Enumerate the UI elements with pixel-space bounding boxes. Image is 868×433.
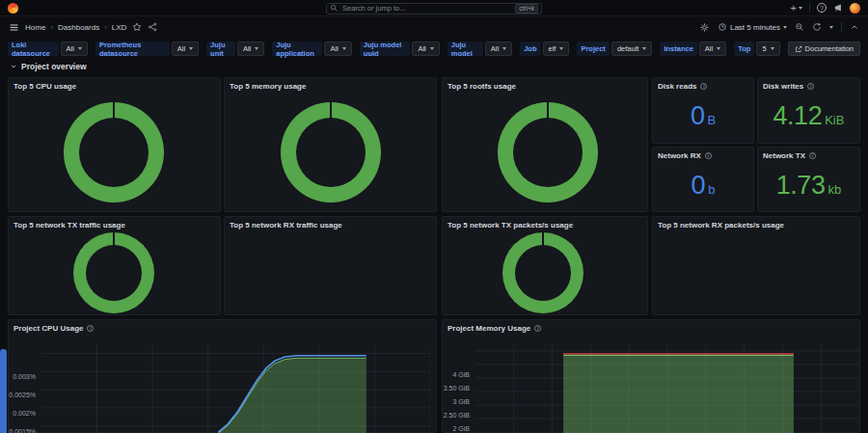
filter-prometheus-datasource: Prometheus datasource All [95, 41, 199, 56]
filter-juju-unit: Juju unit All [206, 41, 264, 56]
section-project-overview[interactable]: Project overview [10, 62, 87, 71]
stat-value: 1.73kb [758, 173, 859, 199]
stat-value: 0B [653, 103, 753, 129]
info-icon[interactable]: i [87, 325, 94, 332]
zoom-out-time-button[interactable] [795, 22, 804, 32]
chart-canvas [41, 344, 430, 433]
panel-title-text: Disk writes [763, 82, 803, 91]
refresh-button[interactable] [812, 22, 822, 32]
panel-title-text: Disk reads [658, 82, 696, 91]
panel-top5-network-tx-traffic: Top 5 network TX traffic usage [8, 216, 221, 315]
panel-title[interactable]: Network RXi [658, 151, 712, 160]
add-new-button[interactable]: + [791, 3, 802, 13]
stat-unit: kb [827, 182, 841, 197]
breadcrumb: Home › Dashboards › LXD [25, 23, 126, 32]
panel-title[interactable]: Project CPU Usagei [14, 324, 94, 333]
project-memory-yaxis: 4 GiB3.50 GiB3 GiB2.50 GiB2 GiB1.50 GiB [443, 344, 474, 432]
donut-hole [513, 118, 583, 187]
time-range-label: Last 5 minutes [730, 23, 780, 32]
grafana-logo[interactable] [8, 3, 18, 14]
filter-loki-datasource: Loki datasource All [8, 41, 88, 56]
rootfs-usage-donut [498, 102, 598, 203]
filter-value-text: 5 [762, 44, 766, 53]
chevron-down-icon [502, 47, 506, 50]
panel-title[interactable]: Project Memory Usagei [448, 324, 541, 333]
chevron-down-icon [771, 47, 774, 50]
info-icon[interactable]: i [809, 152, 816, 159]
filter-value-dropdown[interactable]: All [172, 41, 199, 56]
top-nav: Search or jump to... ctrl+k + ? [0, 0, 868, 16]
filter-value-dropdown[interactable]: All [61, 41, 88, 56]
chevron-up-button[interactable] [850, 22, 859, 32]
network-tx-packets-donut [502, 232, 583, 313]
y-axis-tick-label: 0.0025% [9, 392, 36, 399]
panel-top5-network-tx-packets: Top 5 network TX packets/s usage [442, 216, 648, 315]
chevron-down-icon [783, 26, 787, 29]
panel-title[interactable]: Disk readsi [658, 82, 707, 91]
filter-label: Prometheus datasource [95, 41, 170, 56]
filter-value-dropdown[interactable]: default [611, 41, 653, 56]
project-cpu-plot [41, 344, 430, 433]
filter-label: Juju unit [206, 41, 235, 56]
filter-juju-model-uuid: Juju model uuid All [360, 41, 440, 56]
refresh-interval-dropdown[interactable] [829, 26, 833, 29]
panel-top5-memory-usage: Top 5 memory usage [224, 77, 437, 212]
stat-value: 0b [653, 173, 753, 199]
panel-title-text: Project CPU Usage [14, 324, 83, 333]
breadcrumb-separator: › [50, 23, 53, 32]
panel-title[interactable]: Top 5 memory usage [230, 82, 306, 91]
filter-value-dropdown[interactable]: All [485, 41, 512, 56]
panel-title[interactable]: Top 5 network RX traffic usage [230, 221, 342, 230]
filter-label: Top [734, 41, 754, 56]
panel-title[interactable]: Top 5 network RX packets/s usage [658, 221, 784, 230]
time-range-picker[interactable]: Last 5 minutes [718, 22, 787, 32]
filter-value-dropdown[interactable]: All [699, 41, 726, 56]
nav-right-actions: + ? [791, 3, 860, 14]
panel-top5-rootfs-usage: Top 5 rootfs usage [442, 77, 648, 212]
panel-title[interactable]: Disk writesi [763, 82, 814, 91]
filter-label: Project [577, 41, 609, 56]
help-icon[interactable]: ? [817, 3, 827, 13]
filter-value-dropdown[interactable]: elf [543, 41, 570, 56]
info-icon[interactable]: i [534, 325, 541, 332]
breadcrumb-dashboards[interactable]: Dashboards [58, 23, 99, 32]
y-axis-tick-label: 3 GiB [452, 398, 470, 406]
info-icon[interactable]: i [700, 83, 707, 90]
y-axis-tick-label: 4 GiB [452, 371, 470, 379]
documentation-button[interactable]: Documentation [788, 41, 860, 56]
search-input[interactable]: Search or jump to... ctrl+k [326, 3, 542, 14]
breadcrumb-home[interactable]: Home [25, 23, 45, 32]
info-icon[interactable]: i [705, 152, 712, 159]
news-icon[interactable] [833, 3, 843, 13]
share-dashboard-button[interactable] [148, 22, 157, 32]
filter-value-dropdown[interactable]: 5 [756, 41, 779, 56]
filter-juju-model: Juju model All [448, 41, 512, 56]
clipped-panel-fragment [0, 349, 7, 433]
filter-value-text: All [491, 44, 499, 53]
panel-top5-network-rx-traffic: Top 5 network RX traffic usage [224, 216, 437, 315]
panel-title[interactable]: Top 5 network TX traffic usage [14, 221, 125, 230]
panel-title[interactable]: Top 5 CPU usage [14, 82, 76, 91]
info-icon[interactable]: i [807, 83, 814, 90]
filter-value-dropdown[interactable]: All [412, 41, 439, 56]
filter-value-dropdown[interactable]: All [237, 41, 264, 56]
donut-hole [515, 245, 571, 301]
panel-title[interactable]: Top 5 network TX packets/s usage [448, 221, 573, 230]
filter-job: Job elf [520, 41, 569, 56]
favorite-star-button[interactable] [132, 22, 142, 32]
stat-unit: b [708, 182, 715, 197]
dashboard-settings-button[interactable] [699, 22, 710, 33]
panel-disk-writes: Disk writesi 4.12KiB [757, 77, 860, 144]
panel-title[interactable]: Top 5 rootfs usage [448, 82, 516, 91]
external-link-icon [795, 45, 802, 53]
filter-label: Juju model [448, 41, 483, 56]
filter-value-dropdown[interactable]: All [324, 41, 351, 56]
filter-value-text: All [705, 44, 713, 53]
panel-title[interactable]: Network TXi [763, 151, 816, 160]
donut-hole [296, 118, 366, 187]
memory-usage-donut [281, 102, 381, 203]
panel-disk-reads: Disk readsi 0B [652, 77, 754, 144]
menu-toggle-button[interactable] [9, 22, 19, 33]
chevron-down-icon [559, 47, 563, 50]
user-avatar[interactable] [850, 3, 860, 14]
